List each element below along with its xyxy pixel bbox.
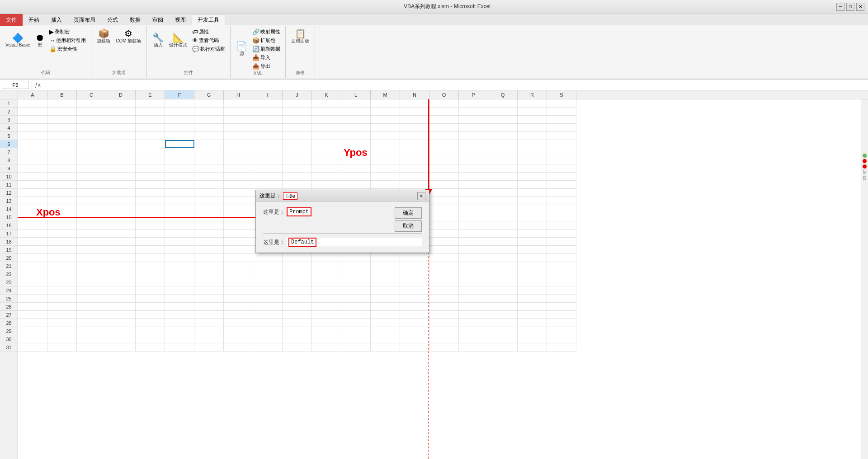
addins-btn[interactable]: 📦 加载项	[95, 28, 112, 45]
macro-btn[interactable]: ⏺ 宏	[33, 32, 46, 49]
visual-basic-icon: 🔷	[12, 33, 24, 42]
import-btn[interactable]: 📥 导入	[251, 54, 282, 61]
function-wizard-icon[interactable]: ƒx	[35, 82, 41, 88]
title-bar: VBA系列教程.xlsm - Microsoft Excel ─ □ ✕	[0, 0, 868, 14]
dialog-close-button[interactable]: ×	[417, 192, 425, 200]
tab-file[interactable]: 文件	[0, 14, 23, 26]
tab-view[interactable]: 视图	[169, 14, 192, 26]
tab-developer[interactable]: 开发工具	[192, 14, 225, 26]
dialog-prompt-row: 这里是： Prompt	[263, 207, 391, 216]
insert-btn[interactable]: 🔧 插入	[151, 32, 165, 49]
dialog-ok-button[interactable]: 确定	[395, 207, 422, 219]
dialog-default-value: Default	[288, 238, 316, 247]
window-controls[interactable]: ─ □ ✕	[836, 3, 864, 11]
run-dialog-btn[interactable]: 💬 执行对话框	[191, 45, 226, 53]
dialog-default-prefix: 这里是：	[263, 239, 285, 246]
close-button[interactable]: ✕	[856, 3, 864, 11]
dialog-cancel-button[interactable]: 取消	[395, 220, 422, 232]
xml-group-label: XML	[254, 71, 263, 76]
tab-home[interactable]: 开始	[23, 14, 45, 26]
dialog-title-content: 这里是： Title	[259, 192, 297, 200]
dialog-prompt-prefix: 这里是：	[263, 208, 285, 216]
dialog-title-value: Title	[283, 192, 297, 200]
doc-panel-btn[interactable]: 📋 文档面板	[289, 28, 311, 45]
map-props-btn[interactable]: 🔗 映射属性	[251, 28, 282, 36]
dialog-prompt-value: Prompt	[287, 207, 311, 216]
dialog-titlebar: 这里是： Title ×	[256, 190, 429, 202]
source-btn[interactable]: 📄 源	[234, 41, 249, 58]
relative-ref-icon: ↔	[49, 37, 55, 44]
ribbon-group-controls: 🔧 插入 📐 设计模式 🏷 属性 👁 查看代码	[147, 26, 231, 78]
com-addins-btn[interactable]: ⚙ COM 加载项	[114, 28, 143, 45]
dialog-overlay: 这里是： Title × 这里是： Prompt 确定	[0, 90, 868, 459]
ribbon-group-modify: 📋 文档面板 修改	[286, 26, 315, 78]
record-macro-btn[interactable]: ▶ 录制宏	[48, 28, 87, 36]
ribbon: 文件 开始 插入 页面布局 公式 数据 审阅 视图 开发工具 🔷 Visual …	[0, 14, 868, 80]
dialog-separator	[263, 234, 422, 234]
tab-formula[interactable]: 公式	[101, 14, 124, 26]
refresh-data-btn[interactable]: 🔄 刷新数据	[251, 45, 282, 53]
dialog-body: 这里是： Prompt 确定 取消 这里是： Default	[256, 202, 429, 253]
ribbon-group-code: 🔷 Visual Basic ⏺ 宏 ▶ 录制宏 ↔ 使用相对引用	[0, 26, 91, 78]
formula-divider	[32, 81, 32, 89]
dialog-input-row: 这里是： Default	[263, 238, 422, 247]
dialog-title-prefix: 这里是：	[259, 192, 281, 200]
properties-btn[interactable]: 🏷 属性	[191, 28, 226, 36]
security-icon: 🔒	[49, 46, 57, 52]
export-btn[interactable]: 📤 导出	[251, 62, 282, 70]
cell-reference[interactable]: F6	[2, 81, 29, 89]
minimize-button[interactable]: ─	[836, 3, 844, 11]
input-dialog: 这里是： Title × 这里是： Prompt 确定	[255, 190, 429, 253]
tab-data[interactable]: 数据	[124, 14, 146, 26]
controls-group-label: 控件	[184, 70, 193, 76]
record-icon: ▶	[49, 28, 54, 35]
ribbon-tabs: 文件 开始 插入 页面布局 公式 数据 审阅 视图 开发工具	[0, 14, 868, 25]
dialog-button-group: 确定 取消	[395, 207, 422, 232]
dialog-input-area[interactable]: Default	[287, 238, 422, 247]
code-group-label: 代码	[41, 70, 50, 76]
formula-bar: F6 ƒx	[0, 80, 868, 90]
tab-page-layout[interactable]: 页面布局	[68, 14, 101, 26]
view-code-btn[interactable]: 👁 查看代码	[191, 37, 226, 44]
ribbon-group-addins: 📦 加载项 ⚙ COM 加载项 加载项	[91, 26, 147, 78]
window-title: VBA系列教程.xlsm - Microsoft Excel	[58, 3, 836, 10]
macro-icon: ⏺	[35, 33, 44, 42]
tab-review[interactable]: 审阅	[146, 14, 169, 26]
modify-group-label: 修改	[296, 70, 305, 76]
tab-insert[interactable]: 插入	[45, 14, 68, 26]
visual-basic-btn[interactable]: 🔷 Visual Basic	[4, 33, 32, 48]
design-mode-btn[interactable]: 📐 设计模式	[167, 32, 189, 49]
maximize-button[interactable]: □	[846, 3, 854, 11]
ribbon-group-xml: 📄 源 🔗 映射属性 📦 扩展包 🔄 刷新数据	[231, 26, 286, 78]
addins-group-label: 加载项	[112, 70, 126, 76]
relative-ref-btn[interactable]: ↔ 使用相对引用	[48, 37, 87, 44]
ribbon-content: 🔷 Visual Basic ⏺ 宏 ▶ 录制宏 ↔ 使用相对引用	[0, 25, 868, 79]
expansion-packs-btn[interactable]: 📦 扩展包	[251, 37, 282, 44]
formula-input[interactable]	[42, 82, 866, 88]
macro-security-btn[interactable]: 🔒 宏安全性	[48, 45, 87, 53]
